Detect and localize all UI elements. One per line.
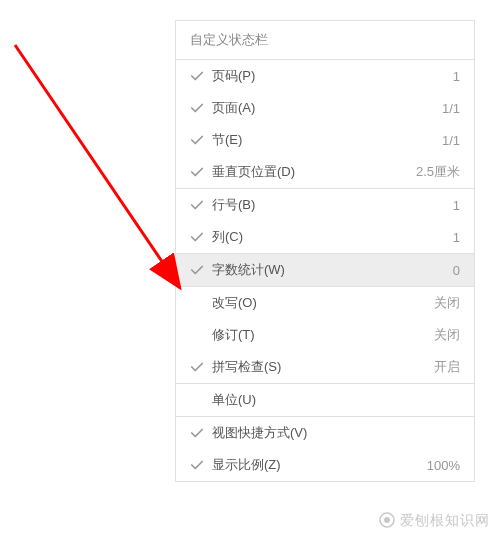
menu-item-value: 关闭: [400, 294, 460, 312]
check-icon: [186, 426, 208, 440]
menu-item[interactable]: 字数统计(W)0: [176, 254, 474, 286]
watermark: 爱刨根知识网: [379, 512, 490, 531]
check-icon: [186, 165, 208, 179]
menu-item-value: 1: [400, 69, 460, 84]
status-bar-customize-panel: 自定义状态栏 页码(P)1页面(A)1/1节(E)1/1垂直页位置(D)2.5厘…: [175, 20, 475, 482]
check-icon: [186, 263, 208, 277]
menu-item-value: 0: [400, 263, 460, 278]
menu-item-label: 垂直页位置(D): [208, 163, 400, 181]
menu-item[interactable]: 节(E)1/1: [176, 124, 474, 156]
menu-item[interactable]: 视图快捷方式(V): [176, 417, 474, 449]
menu-item-value: 关闭: [400, 326, 460, 344]
menu-item-value: 开启: [400, 358, 460, 376]
watermark-text: 爱刨根知识网: [400, 512, 490, 528]
check-icon: [186, 133, 208, 147]
menu-item-label: 拼写检查(S): [208, 358, 400, 376]
menu-item-label: 修订(T): [208, 326, 400, 344]
menu-item-label: 行号(B): [208, 196, 400, 214]
check-icon: [186, 360, 208, 374]
menu-item[interactable]: 显示比例(Z)100%: [176, 449, 474, 481]
watermark-icon: [379, 512, 395, 531]
menu-item-value: 1/1: [400, 133, 460, 148]
menu-item-value: 1: [400, 230, 460, 245]
check-icon: [186, 69, 208, 83]
check-icon: [186, 230, 208, 244]
menu-item-label: 页面(A): [208, 99, 400, 117]
check-icon: [186, 101, 208, 115]
menu-item[interactable]: 页码(P)1: [176, 60, 474, 92]
menu-item[interactable]: 行号(B)1: [176, 189, 474, 221]
panel-title: 自定义状态栏: [176, 21, 474, 59]
svg-point-3: [384, 517, 390, 523]
menu-item-label: 页码(P): [208, 67, 400, 85]
menu-item[interactable]: 拼写检查(S)开启: [176, 351, 474, 383]
menu-item[interactable]: 列(C)1: [176, 221, 474, 253]
menu-item-value: 1: [400, 198, 460, 213]
menu-item-label: 列(C): [208, 228, 400, 246]
svg-line-1: [15, 45, 180, 288]
menu-item-label: 显示比例(Z): [208, 456, 400, 474]
check-icon: [186, 198, 208, 212]
menu-item[interactable]: 单位(U): [176, 384, 474, 416]
menu-item-value: 2.5厘米: [400, 163, 460, 181]
menu-item[interactable]: 改写(O)关闭: [176, 287, 474, 319]
menu-item-value: 1/1: [400, 101, 460, 116]
menu-item-label: 视图快捷方式(V): [208, 424, 400, 442]
menu-item-label: 单位(U): [208, 391, 400, 409]
menu-item-label: 节(E): [208, 131, 400, 149]
check-icon: [186, 458, 208, 472]
menu-item[interactable]: 修订(T)关闭: [176, 319, 474, 351]
menu-item[interactable]: 页面(A)1/1: [176, 92, 474, 124]
menu-item-value: 100%: [400, 458, 460, 473]
menu-item-label: 字数统计(W): [208, 261, 400, 279]
annotation-arrow: [10, 40, 200, 300]
menu-item[interactable]: 垂直页位置(D)2.5厘米: [176, 156, 474, 188]
menu-item-label: 改写(O): [208, 294, 400, 312]
